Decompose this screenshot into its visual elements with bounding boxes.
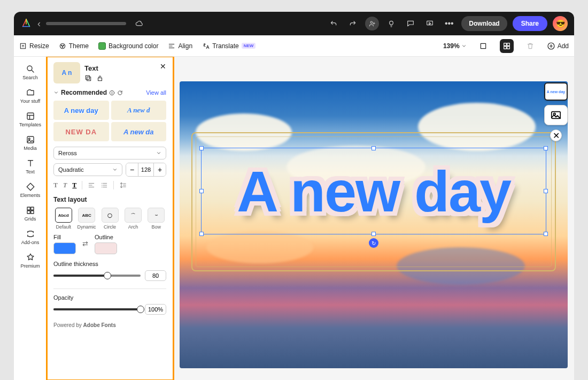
handle-br[interactable] bbox=[544, 232, 548, 236]
list-icon[interactable] bbox=[100, 181, 108, 189]
nav-templates[interactable]: Templates bbox=[17, 108, 44, 131]
layout-default[interactable]: AbcdDefault bbox=[53, 208, 73, 230]
layout-circle[interactable]: ◯Circle bbox=[100, 208, 120, 230]
undo-icon[interactable] bbox=[327, 17, 341, 31]
nav-text[interactable]: Text bbox=[17, 155, 44, 178]
svg-rect-9 bbox=[504, 43, 506, 45]
image-tool-icon[interactable] bbox=[544, 105, 568, 125]
add-person-icon[interactable] bbox=[365, 17, 379, 31]
handle-bm[interactable] bbox=[372, 232, 376, 236]
rec-style-2[interactable]: A new d bbox=[111, 101, 167, 120]
opacity-slider[interactable] bbox=[53, 308, 141, 310]
font-size-plus[interactable]: + bbox=[154, 163, 166, 176]
refresh-icon[interactable] bbox=[117, 90, 123, 96]
layout-arch[interactable]: ⌒Arch bbox=[123, 208, 143, 230]
outline-thickness-value[interactable] bbox=[145, 270, 166, 281]
bgcolor-swatch bbox=[98, 42, 106, 50]
handle-ml[interactable] bbox=[199, 189, 204, 193]
handle-mr[interactable] bbox=[544, 189, 548, 193]
align-left-icon[interactable] bbox=[88, 181, 95, 189]
svg-rect-18 bbox=[27, 207, 30, 210]
opacity-value[interactable] bbox=[145, 304, 166, 315]
font-size-minus[interactable]: − bbox=[126, 163, 138, 176]
trash-icon[interactable] bbox=[523, 39, 537, 53]
svg-point-4 bbox=[60, 43, 65, 48]
avatar[interactable]: 😎 bbox=[553, 16, 568, 31]
align-button[interactable]: Align bbox=[168, 42, 192, 50]
font-style-select[interactable]: Quadratic bbox=[53, 163, 122, 176]
share-button[interactable]: Share bbox=[513, 16, 547, 31]
duplicate-icon[interactable] bbox=[84, 74, 92, 82]
page-thumbnail[interactable]: A new day bbox=[544, 82, 568, 101]
resize-button[interactable]: Resize bbox=[19, 42, 49, 50]
cloud-sync-icon[interactable] bbox=[135, 19, 144, 28]
nav-premium[interactable]: Premium bbox=[17, 249, 44, 272]
footer-credit: Powered by Adobe Fonts bbox=[53, 322, 166, 328]
nav-addons[interactable]: Add-ons bbox=[17, 226, 44, 248]
chevron-down-icon[interactable] bbox=[53, 90, 59, 95]
artboard[interactable]: A new day ↻ bbox=[180, 81, 568, 368]
svg-rect-19 bbox=[30, 207, 33, 210]
outline-swatch[interactable] bbox=[95, 242, 117, 254]
nav-yourstuff[interactable]: Your stuff bbox=[17, 85, 44, 107]
font-size-input[interactable] bbox=[138, 163, 154, 176]
present-icon[interactable] bbox=[423, 17, 437, 31]
svg-point-5 bbox=[61, 44, 62, 45]
layout-bow[interactable]: ⌣Bow bbox=[146, 208, 166, 230]
view-mode-2-icon[interactable] bbox=[500, 39, 514, 53]
viewall-link[interactable]: View all bbox=[146, 89, 166, 96]
swap-icon[interactable]: ⇄ bbox=[82, 240, 88, 248]
svg-rect-16 bbox=[27, 136, 34, 143]
rec-style-4[interactable]: A new da bbox=[111, 122, 167, 141]
text-selection-box[interactable]: A new day ↻ bbox=[201, 148, 546, 234]
rec-style-1[interactable]: A new day bbox=[53, 101, 109, 120]
info-icon[interactable] bbox=[109, 90, 115, 96]
svg-rect-11 bbox=[504, 46, 506, 49]
outline-thickness-slider[interactable] bbox=[53, 275, 141, 277]
zoom-display[interactable]: 139% bbox=[443, 42, 467, 50]
comment-icon[interactable] bbox=[404, 17, 417, 31]
rotate-handle[interactable]: ↻ bbox=[369, 238, 378, 248]
nav-grids[interactable]: Grids bbox=[17, 202, 44, 225]
svg-rect-23 bbox=[86, 75, 89, 79]
line-spacing-icon[interactable] bbox=[119, 181, 127, 189]
app-window: ‹ ••• Download Share 😎 Resize Theme Back… bbox=[14, 12, 574, 380]
canvas-text[interactable]: A new day bbox=[202, 148, 546, 234]
bulb-icon[interactable] bbox=[384, 17, 398, 31]
handle-bl[interactable] bbox=[199, 232, 204, 236]
nav-media[interactable]: Media bbox=[17, 132, 44, 154]
underline-icon[interactable]: T bbox=[72, 181, 76, 189]
font-family-select[interactable]: Reross bbox=[53, 147, 166, 159]
handle-tm[interactable] bbox=[372, 146, 376, 150]
back-icon[interactable]: ‹ bbox=[37, 18, 41, 29]
recommended-header: Recommended View all bbox=[53, 89, 166, 96]
handle-tr[interactable] bbox=[544, 146, 548, 150]
fill-label: Fill bbox=[53, 234, 76, 240]
handle-tl[interactable] bbox=[199, 146, 204, 150]
close-icon[interactable]: ✕ bbox=[160, 62, 166, 71]
view-mode-1-icon[interactable] bbox=[476, 39, 490, 53]
bgcolor-button[interactable]: Background color bbox=[98, 42, 158, 50]
nav-elements[interactable]: Elements bbox=[17, 179, 44, 201]
lock-icon[interactable] bbox=[96, 74, 104, 82]
svg-point-6 bbox=[63, 44, 64, 45]
outline-thickness-label: Outline thickness bbox=[53, 261, 166, 267]
canvas-area: A new day ↻ A new day ✕ bbox=[173, 57, 574, 380]
translate-button[interactable]: TranslateNEW bbox=[202, 42, 256, 50]
svg-rect-10 bbox=[507, 43, 509, 45]
svg-rect-20 bbox=[27, 211, 30, 214]
theme-button[interactable]: Theme bbox=[59, 42, 89, 50]
bold-icon[interactable]: T bbox=[53, 181, 58, 189]
more-icon[interactable]: ••• bbox=[442, 17, 456, 31]
italic-icon[interactable]: T bbox=[63, 181, 67, 189]
layout-dynamic[interactable]: ABCDynamic bbox=[76, 208, 96, 230]
redo-icon[interactable] bbox=[346, 17, 360, 31]
chevron-down-icon bbox=[156, 150, 161, 156]
nav-search[interactable]: Search bbox=[17, 61, 44, 83]
rec-style-3[interactable]: NEW DA bbox=[53, 122, 109, 141]
fill-swatch[interactable] bbox=[53, 242, 76, 254]
svg-rect-15 bbox=[27, 113, 34, 119]
download-button[interactable]: Download bbox=[461, 16, 507, 31]
float-close-icon[interactable]: ✕ bbox=[550, 130, 562, 141]
add-button[interactable]: Add bbox=[547, 42, 569, 50]
